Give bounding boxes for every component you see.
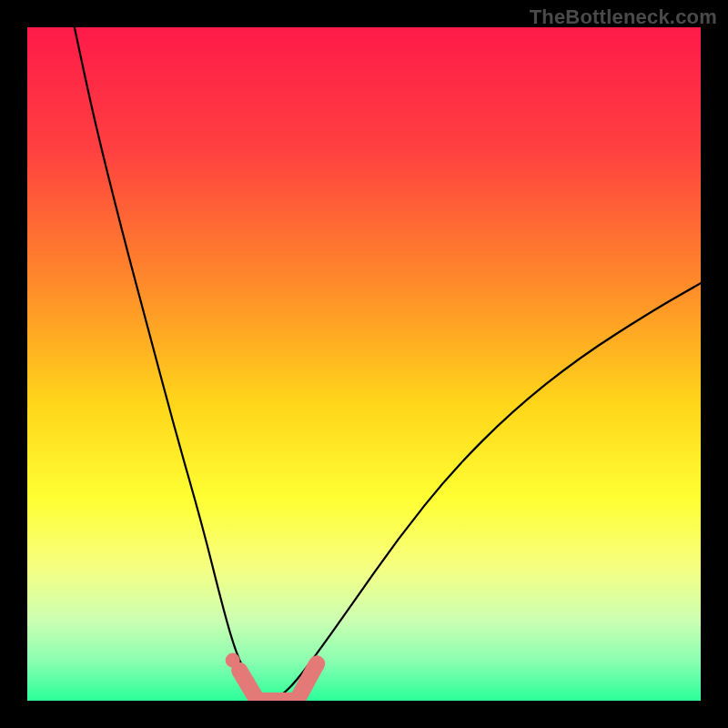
chart-svg — [27, 27, 701, 701]
chart-frame: TheBottleneck.com — [0, 0, 728, 728]
highlight-dot — [226, 653, 240, 668]
plot-area — [27, 27, 701, 701]
gradient-background — [27, 27, 701, 701]
watermark-text: TheBottleneck.com — [530, 5, 717, 29]
